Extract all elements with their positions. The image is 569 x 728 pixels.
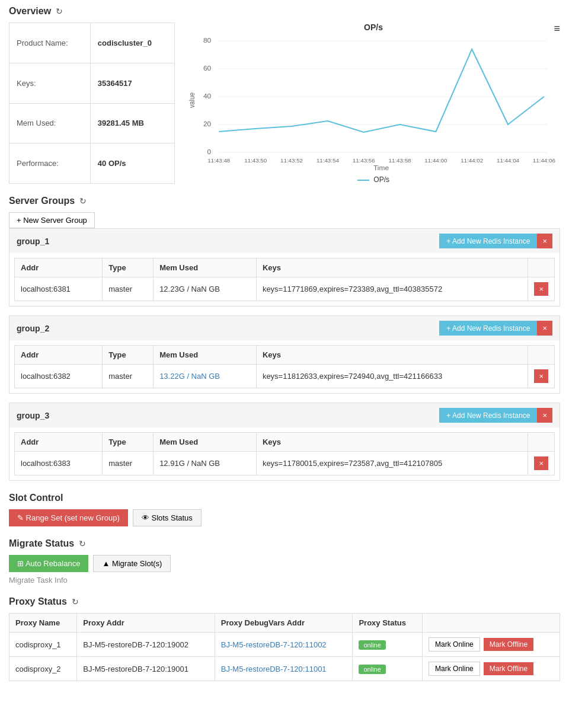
migrate-slot-button[interactable]: ▲ Migrate Slot(s): [93, 555, 171, 572]
group-header-2: group_3+ Add New Redis Instance×: [9, 403, 560, 427]
mark-offline-button-1[interactable]: Mark Offline: [484, 662, 533, 675]
performance-value: 40 OP/s: [90, 143, 174, 184]
svg-text:11:43:52: 11:43:52: [280, 157, 303, 164]
proxy-status-badge-1: online: [359, 665, 385, 674]
instance-col-addr: Addr: [15, 346, 103, 365]
keys-label: Keys:: [9, 63, 91, 103]
migrate-status-refresh-icon[interactable]: ↻: [79, 539, 86, 548]
delete-instance-button-0-0[interactable]: ×: [534, 282, 548, 296]
instance-col-type: Type: [103, 258, 154, 277]
instance-table-header-1: AddrTypeMem UsedKeys: [15, 346, 555, 365]
delete-instance-button-1-0[interactable]: ×: [534, 369, 548, 383]
proxy-status-badge-0: online: [359, 640, 385, 650]
group-actions-2: + Add New Redis Instance×: [439, 408, 552, 423]
proxy-table-header: Proxy Name Proxy Addr Proxy DebugVars Ad…: [9, 614, 560, 633]
group-block-2: group_3+ Add New Redis Instance×AddrType…: [9, 403, 560, 481]
proxy-addr-0: BJ-M5-restoreDB-7-120:19002: [77, 633, 215, 657]
server-groups-refresh-icon[interactable]: ↻: [79, 196, 87, 206]
proxy-debug-link-1[interactable]: BJ-M5-restoreDB-7-120:11001: [221, 665, 327, 673]
proxy-debug-addr-1[interactable]: BJ-M5-restoreDB-7-120:11001: [215, 657, 353, 681]
delete-group-button-1[interactable]: ×: [537, 321, 552, 336]
ops-chart-svg: 80 60 40 20 0 value 11:43:48 11:43:50 11…: [187, 35, 560, 171]
proxy-debug-link-0[interactable]: BJ-M5-restoreDB-7-120:11002: [221, 640, 327, 649]
chart-title: OP/s: [187, 23, 560, 32]
svg-text:11:43:58: 11:43:58: [389, 157, 411, 164]
instance-keys-0-0: keys=11771869,expires=723389,avg_ttl=403…: [256, 277, 528, 301]
instance-col-: [528, 433, 555, 452]
overview-title: Overview: [9, 6, 51, 17]
svg-text:40: 40: [203, 92, 211, 99]
range-set-button[interactable]: ✎ Range Set (set new Group): [9, 509, 128, 526]
instance-col-mem-used: Mem Used: [154, 258, 257, 277]
instance-col-: [528, 346, 555, 365]
svg-text:Time: Time: [373, 164, 389, 171]
legend-line-icon: [357, 180, 369, 181]
instance-addr-2-0: localhost:6383: [15, 452, 103, 475]
group-actions-1: + Add New Redis Instance×: [439, 321, 552, 336]
mark-online-button-1[interactable]: Mark Online: [429, 662, 480, 676]
instance-col-mem-used: Mem Used: [154, 346, 257, 365]
instance-action-1-0: ×: [528, 365, 555, 388]
chart-menu-icon[interactable]: ≡: [554, 23, 560, 35]
add-redis-button-0[interactable]: + Add New Redis Instance: [439, 234, 537, 248]
proxy-status-title: Proxy Status: [9, 596, 67, 607]
instance-col-keys: Keys: [256, 258, 528, 277]
delete-instance-button-2-0[interactable]: ×: [534, 456, 548, 470]
proxy-status-refresh-icon[interactable]: ↻: [72, 597, 79, 606]
svg-text:11:43:54: 11:43:54: [317, 157, 339, 164]
server-groups-title: Server Groups: [9, 196, 75, 206]
delete-group-button-2[interactable]: ×: [537, 408, 552, 423]
instance-row-1-0: localhost:6382master13.22G / NaN GBkeys=…: [15, 365, 555, 388]
mark-offline-button-0[interactable]: Mark Offline: [484, 638, 533, 651]
instance-col-type: Type: [103, 346, 154, 365]
overview-refresh-icon[interactable]: ↻: [56, 7, 63, 16]
group-block-1: group_2+ Add New Redis Instance×AddrType…: [9, 315, 560, 394]
svg-text:11:44:02: 11:44:02: [461, 157, 483, 164]
add-redis-button-2[interactable]: + Add New Redis Instance: [439, 408, 537, 423]
group-header-1: group_2+ Add New Redis Instance×: [9, 316, 560, 340]
instance-table-2: AddrTypeMem UsedKeyslocalhost:6383master…: [14, 432, 555, 475]
migrate-status-section: Migrate Status ↻: [9, 538, 560, 549]
slots-status-button[interactable]: 👁 Slots Status: [133, 509, 202, 526]
legend-label: OP/s: [373, 175, 389, 184]
col-proxy-status: Proxy Status: [353, 614, 423, 633]
proxy-actions-1: Mark OnlineMark Offline: [423, 657, 560, 681]
proxy-status-1: online: [353, 657, 423, 681]
performance-label: Performace:: [9, 143, 91, 184]
proxy-action-buttons-1: Mark OnlineMark Offline: [429, 662, 554, 676]
keys-value: 35364517: [90, 63, 174, 103]
delete-group-button-0[interactable]: ×: [537, 234, 552, 248]
svg-text:11:44:06: 11:44:06: [533, 157, 555, 164]
group-block-0: group_1+ Add New Redis Instance×AddrType…: [9, 228, 560, 306]
group-name-2: group_3: [17, 411, 49, 420]
proxy-actions-0: Mark OnlineMark Offline: [423, 633, 560, 657]
instance-action-0-0: ×: [528, 277, 555, 301]
instance-col-: [528, 258, 555, 277]
col-actions: [423, 614, 560, 633]
instance-addr-1-0: localhost:6382: [15, 365, 103, 388]
proxy-name-0: codisproxy_1: [9, 633, 77, 657]
instance-col-addr: Addr: [15, 433, 103, 452]
svg-text:11:44:04: 11:44:04: [497, 157, 519, 164]
instance-type-2-0: master: [103, 452, 154, 475]
instance-table-1: AddrTypeMem UsedKeyslocalhost:6382master…: [14, 345, 555, 388]
svg-text:60: 60: [203, 65, 211, 71]
add-redis-button-1[interactable]: + Add New Redis Instance: [439, 321, 537, 336]
svg-text:11:44:00: 11:44:00: [424, 157, 447, 164]
proxy-status-section: Proxy Status ↻: [9, 596, 560, 607]
instance-type-0-0: master: [103, 277, 154, 301]
mark-online-button-0[interactable]: Mark Online: [429, 637, 480, 652]
proxy-debug-addr-0[interactable]: BJ-M5-restoreDB-7-120:11002: [215, 633, 353, 657]
instance-type-1-0: master: [103, 365, 154, 388]
group-name-0: group_1: [17, 237, 49, 246]
svg-text:0: 0: [207, 148, 212, 155]
slot-control-buttons: ✎ Range Set (set new Group) 👁 Slots Stat…: [9, 509, 560, 526]
instance-keys-2-0: keys=11780015,expires=723587,avg_ttl=412…: [256, 452, 528, 475]
overview-info-table: Product Name: codiscluster_0 Keys: 35364…: [9, 23, 175, 184]
new-server-group-button[interactable]: + New Server Group: [9, 212, 95, 228]
groups-container: group_1+ Add New Redis Instance×AddrType…: [9, 228, 560, 481]
instance-mem-2-0: 12.91G / NaN GB: [154, 452, 257, 475]
instance-col-keys: Keys: [256, 346, 528, 365]
auto-rebalance-button[interactable]: ⊞ Auto Rebalance: [9, 555, 88, 572]
proxy-addr-1: BJ-M5-restoreDB-7-120:19001: [77, 657, 215, 681]
